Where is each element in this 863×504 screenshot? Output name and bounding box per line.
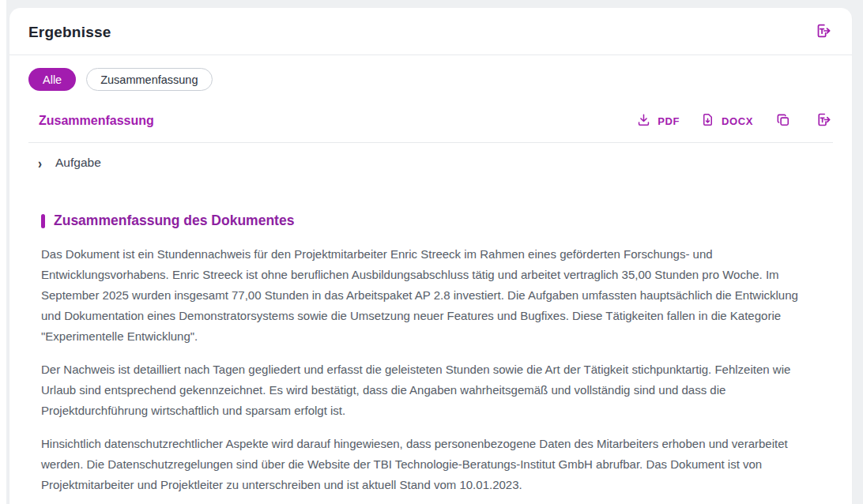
download-pdf-label: PDF — [658, 115, 680, 127]
download-docx-label: DOCX — [722, 115, 753, 127]
page-title: Ergebnisse — [28, 24, 111, 41]
panel-header: Ergebnisse — [9, 8, 852, 55]
filter-chip-alle[interactable]: Alle — [28, 68, 76, 91]
filter-chips-row: Alle Zusammenfassung — [9, 55, 852, 99]
results-panel: Ergebnisse Alle Zusammenfassung Zusammen… — [9, 8, 852, 504]
section-actions: PDF DOCX — [636, 110, 833, 132]
outline-item-label: Aufgabe — [55, 156, 101, 170]
document-summary-section: Zusammenfassung des Dokumentes Das Dokum… — [9, 182, 852, 495]
summary-paragraph: Das Dokument ist ein Stundennachweis für… — [41, 244, 820, 347]
copy-summary-button[interactable] — [774, 111, 793, 132]
section-title: Zusammenfassung — [28, 114, 154, 128]
file-export-icon — [814, 22, 831, 42]
download-docx-button[interactable]: DOCX — [700, 112, 753, 130]
chevron-right-icon: › — [38, 154, 42, 171]
file-export-icon — [815, 111, 831, 130]
copy-icon — [775, 112, 791, 130]
summary-section-header: Zusammenfassung PDF DOCX — [28, 99, 833, 143]
filter-chip-zusammenfassung[interactable]: Zusammenfassung — [86, 68, 212, 91]
download-pdf-button[interactable]: PDF — [636, 112, 680, 130]
file-download-icon — [700, 112, 715, 130]
export-results-button[interactable] — [812, 21, 833, 43]
document-heading-row: Zusammenfassung des Dokumentes — [41, 213, 820, 229]
summary-paragraph: Hinsichtlich datenschutzrechtlicher Aspe… — [41, 434, 820, 495]
outline-item-aufgabe[interactable]: › Aufgabe — [9, 143, 852, 182]
summary-paragraph: Der Nachweis ist detailliert nach Tagen … — [41, 359, 820, 421]
adjacent-panel-edge — [0, 0, 6, 504]
document-heading: Zusammenfassung des Dokumentes — [54, 213, 294, 229]
heading-accent-bar-icon — [41, 214, 45, 228]
download-icon — [636, 112, 651, 130]
export-summary-button[interactable] — [813, 110, 833, 132]
